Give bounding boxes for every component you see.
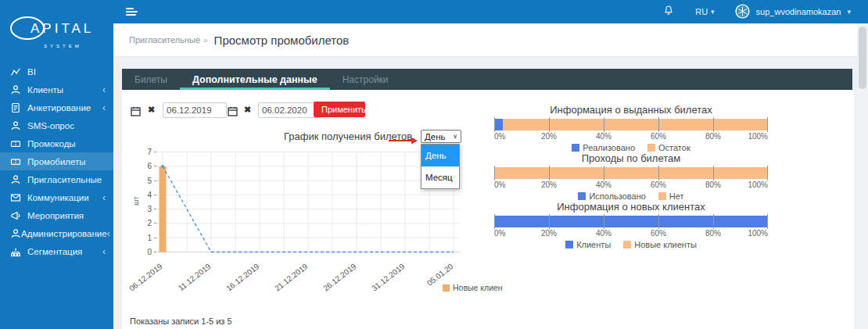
- tab-additional-data[interactable]: Дополнительные данные: [180, 69, 330, 90]
- legend-item: Клиенты: [565, 240, 611, 249]
- axis-tick: [767, 214, 768, 229]
- user-icon: [10, 84, 27, 95]
- user-icon: [10, 228, 21, 239]
- sidebar-item-sms-poll[interactable]: SMS-опрос: [0, 116, 113, 134]
- line-chart-plot: [156, 152, 460, 253]
- sidebar: APITAL SYSTEM BIКлиенты‹Анкетирование‹SM…: [0, 0, 113, 329]
- breadcrumb-parent[interactable]: Пригласительные: [129, 35, 200, 45]
- tab-settings[interactable]: Настройки: [330, 69, 401, 90]
- legend-label: Использовано: [589, 191, 645, 201]
- logo-subtitle: SYSTEM: [44, 44, 113, 48]
- hierarchy-icon: [10, 246, 27, 257]
- axis-tick-label: 20%: [541, 181, 557, 189]
- legend-swatch: [572, 144, 579, 152]
- bell-icon[interactable]: [662, 4, 675, 20]
- megaphone-icon: [10, 210, 27, 221]
- chart-icon: [10, 66, 27, 77]
- hamburger-menu-icon[interactable]: [126, 8, 138, 16]
- breadcrumb-bar: Пригласительные » Просмотр промобилетов: [113, 23, 868, 57]
- calendar-icon[interactable]: [131, 105, 141, 120]
- capital-logo: APITAL SYSTEM: [9, 13, 113, 48]
- mail-icon: [10, 192, 27, 203]
- legend-label: Остаток: [658, 143, 690, 152]
- user-menu[interactable]: sup_wvodinamokazan ▾: [735, 4, 851, 20]
- axis-labels: 0%20%40%60%80%100%: [494, 181, 768, 191]
- sidebar-item-clients[interactable]: Клиенты‹: [0, 80, 113, 98]
- y-axis-label: шт: [132, 196, 140, 205]
- sidebar-item-label: Промокоды: [27, 139, 106, 148]
- sidebar-item-promocodes[interactable]: Промокоды: [0, 134, 113, 152]
- caret-down-icon: ▾: [711, 8, 715, 16]
- sidebar-item-invitations[interactable]: Пригласительные: [0, 170, 113, 188]
- axis-tick: [604, 166, 604, 181]
- axis-tick-label: 100%: [748, 181, 768, 189]
- legend-swatch: [578, 192, 586, 200]
- axis-tick-label: 60%: [651, 181, 666, 189]
- records-summary: Показаны записи 1-5 из 5: [130, 316, 232, 326]
- axis-tick: [549, 117, 550, 132]
- y-tick-label: 0: [141, 248, 152, 256]
- period-option[interactable]: Месяц: [421, 166, 459, 188]
- sidebar-item-communications[interactable]: Коммуникации‹: [0, 188, 113, 206]
- chart-title: Информация о новых клиентах: [494, 201, 768, 214]
- chevron-down-icon: ∨: [453, 133, 457, 140]
- legend-swatch: [658, 192, 666, 200]
- period-select-dropdown: ДеньМесяц: [421, 144, 460, 189]
- tab-tickets[interactable]: Билеты: [122, 69, 180, 90]
- sidebar-item-surveys[interactable]: Анкетирование‹: [0, 98, 113, 116]
- date-from-input[interactable]: [163, 102, 227, 118]
- ticket-icon: [10, 138, 27, 149]
- axis-tick-label: 20%: [541, 229, 557, 238]
- chart-legend: КлиентыНовые клиенты: [494, 240, 768, 249]
- page-title: Просмотр промобилетов: [214, 34, 350, 47]
- period-option[interactable]: День: [421, 145, 459, 166]
- legend-item: Нет: [658, 191, 684, 201]
- apply-button[interactable]: Применить: [314, 102, 365, 117]
- legend-swatch: [623, 241, 631, 249]
- axis-labels: 0%20%40%60%80%100%: [494, 229, 768, 239]
- bar-segment: [494, 167, 768, 179]
- bar-segment: [494, 119, 503, 131]
- sidebar-item-label: Пригласительные: [27, 175, 106, 184]
- avatar: [735, 4, 750, 20]
- y-tick-label: 4: [141, 191, 152, 199]
- annotation-arrow-icon: [389, 134, 418, 148]
- sidebar-item-label: Анкетирование: [27, 103, 102, 113]
- clear-date-icon[interactable]: ✖: [148, 105, 155, 115]
- scrollbar-thumb[interactable]: [859, 27, 866, 89]
- breadcrumb-separator: »: [203, 36, 208, 45]
- axis-tick: [658, 214, 659, 229]
- sidebar-item-label: Коммуникации: [27, 193, 102, 202]
- date-to-input[interactable]: [258, 102, 322, 118]
- sidebar-item-events[interactable]: Мероприятия: [0, 206, 113, 224]
- chevron-collapsed-icon: ‹: [102, 246, 106, 257]
- form-icon: [10, 102, 27, 113]
- sidebar-item-administration[interactable]: Администрирование‹: [0, 224, 113, 242]
- legend-label: Нет: [669, 191, 684, 201]
- axis-tick: [767, 166, 768, 181]
- axis-tick: [767, 117, 768, 132]
- axis-tick-label: 0%: [494, 229, 505, 238]
- sidebar-item-bi[interactable]: BI: [0, 63, 113, 80]
- sidebar-item-segmentation[interactable]: Сегментация‹: [0, 242, 113, 260]
- axis-tick-label: 0%: [494, 132, 505, 141]
- axis-tick: [549, 166, 550, 181]
- axis-tick: [549, 214, 550, 229]
- svg-text:APITAL: APITAL: [30, 21, 94, 36]
- bar-chart-ticket-passes: Проходы по билетам0%20%40%60%80%100%Испо…: [494, 152, 768, 201]
- vertical-scrollbar[interactable]: [857, 23, 868, 329]
- username-label: sup_wvodinamokazan: [756, 7, 841, 16]
- legend-item: Реализовано: [572, 143, 635, 152]
- chevron-collapsed-icon: ‹: [102, 192, 106, 203]
- user-icon: [10, 120, 27, 131]
- clear-date-icon[interactable]: ✖: [244, 105, 251, 115]
- legend-item: Новые клиенты: [623, 240, 697, 249]
- axis-tick: [658, 117, 659, 132]
- language-dropdown[interactable]: RU ▾: [695, 7, 714, 16]
- sidebar-item-promotickets[interactable]: Промобилеты: [0, 152, 113, 170]
- legend-swatch: [443, 284, 450, 291]
- stacked-bar: [494, 216, 768, 227]
- axis-tick-label: 20%: [541, 132, 557, 141]
- period-select[interactable]: День ∨: [421, 130, 461, 143]
- calendar-icon[interactable]: [228, 105, 238, 120]
